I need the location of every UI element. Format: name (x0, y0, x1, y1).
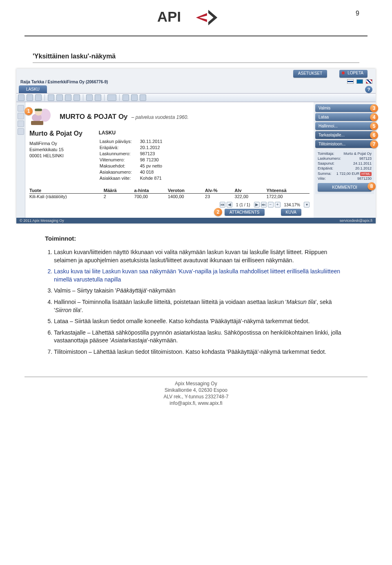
functions-description: Toiminnot: Laskun kuvan/liitteiden näytt… (45, 234, 347, 356)
strip-attach-icon[interactable] (18, 128, 24, 135)
annotation-badge-2: 2 (214, 208, 222, 216)
toolbar (16, 93, 376, 102)
strip-bookmark-icon[interactable] (18, 113, 24, 119)
footer-company: Apix Messaging Oy (24, 380, 368, 387)
strip-sig-icon[interactable] (18, 121, 24, 127)
attach-icon[interactable] (122, 94, 129, 101)
addr-line1: MalliFirma Oy (29, 141, 82, 147)
marquee-icon[interactable] (65, 94, 71, 101)
svg-marker-1 (196, 13, 207, 22)
stamp-icon[interactable] (131, 94, 138, 101)
invoice-meta-table: Laskun päiväys:30.11.2011 Eräpäivä:20.1.… (99, 138, 171, 182)
page-next-icon[interactable]: ▶ (254, 202, 260, 208)
list-item: Lataa – Siirtää laskun tiedot omalle kon… (54, 317, 347, 326)
company-name: Murto & Pojat Oy (29, 130, 82, 137)
list-item: Laskun kuvan/liitteiden näyttö Ikkunaan … (54, 248, 347, 264)
image-button[interactable]: KUVA (281, 209, 302, 216)
footer-address: Sinikalliontie 4, 02630 Espoo (24, 387, 368, 393)
select-icon[interactable] (56, 94, 63, 101)
vendor-brand: MURTO & POJAT Oy (60, 113, 128, 121)
side-action-panel: Valmis 3 Lataa 4 Hallinnoi... 5 Tarkasta… (314, 102, 376, 218)
ready-button[interactable]: Valmis (315, 104, 374, 112)
zoom-fit-icon[interactable]: ▾ (304, 202, 310, 208)
user-breadcrumb: Raija Tarkka / EsimerkkiFirma Oy (206677… (20, 80, 108, 84)
footer-vat: ALV rek., Y-tunnus 2332748-7 (24, 393, 368, 400)
flag-gb-icon[interactable] (366, 79, 372, 84)
accounting-button[interactable]: Tilitoimistoon... (315, 140, 374, 148)
list-item: Hallinnoi – Toiminnolla lisätään laskull… (54, 298, 347, 314)
annotation-badge-7: 7 (370, 140, 378, 148)
line-items-table: TuoteMäärä a-hintaVeroton Alv-%Alv Yhtee… (29, 188, 310, 199)
attachments-button[interactable]: ATTACHMENTS (225, 209, 265, 216)
copyright: © 2011 Apix Messaging Oy (20, 219, 64, 223)
note-icon[interactable] (140, 94, 146, 101)
pen-icon[interactable] (95, 94, 101, 101)
invoice-heading: LASKU (99, 130, 171, 136)
app-footer-bar: © 2011 Apix Messaging Oy servicedesk@api… (16, 218, 376, 223)
svg-text:API: API (157, 9, 181, 25)
section-rule (33, 63, 359, 63)
flag-sv-icon[interactable] (356, 79, 363, 84)
list-item: Valmis – Siirtyy takaisin 'Pääkäyttäjä'-… (54, 287, 347, 295)
section-heading: 'Yksittäinen lasku'-näkymä (33, 53, 392, 60)
zoom-out-icon[interactable]: − (268, 202, 274, 208)
comment-button[interactable]: KOMMENTOI (318, 183, 372, 192)
zoom-level: 134.17% (282, 203, 303, 207)
lasku-tab[interactable]: LASKU (19, 85, 47, 93)
list-item: Lasku kuva tai liite Laskun kuvan saa nä… (54, 268, 347, 284)
print-icon[interactable] (27, 94, 33, 101)
apix-logo: API (24, 7, 368, 29)
annotation-badge-4: 4 (370, 113, 378, 121)
addr-line3: 00001 HELSINKI (29, 153, 82, 159)
svg-rect-6 (35, 109, 42, 111)
annotation-badge-6: 6 (370, 131, 378, 139)
page-footer: Apix Messaging Oy Sinikalliontie 4, 0263… (24, 377, 368, 407)
pdf-pager: ⏮ ◀ 1 (1 / 1) ▶ ⏭ − + 134.17% ▾ (29, 202, 310, 208)
vendor-cartoon-icon (29, 106, 54, 127)
addr-line2: Esimerkkikatu 15 (29, 147, 82, 153)
save-icon[interactable] (18, 94, 24, 101)
manage-button[interactable]: Hallinnoi... (315, 122, 374, 130)
svg-marker-2 (208, 10, 217, 25)
list-item: Tarkastajalle – Lähettää sähköpostilla p… (54, 329, 347, 345)
page-number: 9 (356, 10, 359, 17)
app-screenshot: ASETUKSET LOPETA Raija Tarkka / Esimerkk… (16, 69, 376, 223)
quit-button[interactable]: LOPETA (339, 70, 368, 78)
hand-icon[interactable] (48, 94, 54, 101)
download-button[interactable]: Lataa (315, 113, 374, 121)
html-badge: HTML (360, 172, 372, 176)
annotation-badge-3: 3 (370, 104, 378, 112)
svg-rect-7 (31, 121, 43, 125)
functions-heading: Toiminnot: (45, 234, 347, 243)
language-flags[interactable] (345, 79, 372, 85)
help-icon[interactable]: ? (365, 86, 372, 93)
highlight-icon[interactable] (86, 94, 93, 101)
zoom-in-icon[interactable]: + (275, 202, 281, 208)
footer-contact: info@apix.fi, www.apix.fi (24, 400, 368, 406)
invoice-info-box: Toimittaja:Murto & Pojat Oy Laskunumero:… (315, 150, 374, 194)
header-rule (24, 36, 368, 36)
flag-fi-icon[interactable] (347, 79, 354, 84)
search-icon[interactable] (107, 94, 116, 101)
vendor-tagline: – palvelua vuodesta 1960. (131, 114, 189, 120)
annotation-badge-8: 8 (368, 182, 376, 190)
strip-page-icon[interactable] (18, 105, 24, 112)
settings-button[interactable]: ASETUKSET (293, 70, 327, 78)
page-first-icon[interactable]: ⏮ (220, 202, 225, 208)
camera-icon[interactable] (74, 94, 80, 101)
list-item: Tilitoimistoon – Lähettää laskun tiedot … (54, 348, 347, 356)
left-tool-strip (16, 102, 25, 218)
page-indicator: 1 (1 / 1) (234, 203, 252, 207)
page-prev-icon[interactable]: ◀ (227, 202, 232, 208)
annotation-badge-5: 5 (370, 122, 378, 130)
page-last-icon[interactable]: ⏭ (261, 202, 267, 208)
support-email: servicedesk@apix.fi (340, 219, 372, 223)
reviewer-button[interactable]: Tarkastajalle... (315, 131, 374, 139)
invoice-document: 1 MURTO & POJAT Oy – palvelua vuodesta 1… (25, 102, 314, 218)
mail-icon[interactable] (35, 94, 42, 101)
